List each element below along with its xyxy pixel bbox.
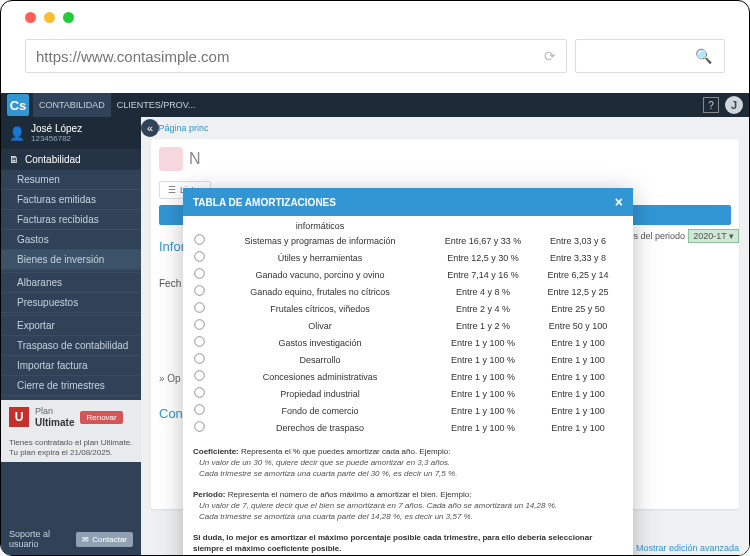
card-title: N — [189, 150, 201, 168]
plan-label: Plan — [35, 406, 74, 417]
coef-help-text: Representa el % que puedes amortizar cad… — [241, 447, 450, 456]
nav-tab-contabilidad[interactable]: CONTABILIDAD — [33, 93, 111, 117]
row-period: Entre 1 y 100 — [533, 372, 623, 382]
help-icon[interactable]: ? — [703, 97, 719, 113]
collapse-sidebar-icon[interactable]: « — [141, 119, 159, 137]
doc-icon: 🗎 — [9, 154, 19, 165]
row-radio[interactable] — [194, 285, 204, 295]
row-coef: Entre 1 y 100 % — [433, 389, 533, 399]
sidebar-user[interactable]: 👤 José López 123456782 — [1, 117, 141, 149]
table-row: Ganado equino, frutales no cítricosEntre… — [193, 283, 623, 300]
sidebar-item-albaranes[interactable]: Albaranes — [1, 273, 141, 293]
user-name: José López — [31, 123, 82, 134]
row-radio[interactable] — [194, 234, 204, 244]
row-period: Entre 50 y 100 — [533, 321, 623, 331]
user-icon: 👤 — [9, 126, 25, 141]
row-period: Entre 3,03 y 6 — [533, 236, 623, 246]
sidebar-item-traspaso[interactable]: Traspaso de contabilidad — [1, 336, 141, 356]
sidebar-item-gastos[interactable]: Gastos — [1, 230, 141, 250]
amortization-modal: TABLA DE AMORTIZACIONES × informáticos S… — [183, 188, 633, 556]
sidebar-section-header[interactable]: 🗎 Contabilidad — [1, 149, 141, 170]
support-block: Soporte al usuario ✉ Contactar — [1, 521, 141, 556]
row-coef: Entre 2 y 4 % — [433, 304, 533, 314]
coef-label: Coeficiente: — [193, 447, 239, 456]
row-radio[interactable] — [194, 387, 204, 397]
renew-button[interactable]: Renovar — [80, 411, 122, 424]
row-coef: Entre 1 y 100 % — [433, 423, 533, 433]
modal-title: TABLA DE AMORTIZACIONES — [193, 197, 336, 208]
row-radio[interactable] — [194, 302, 204, 312]
table-row: Ganado vacuno, porcino y ovinoEntre 7,14… — [193, 266, 623, 283]
sidebar-item-facturas-emitidas[interactable]: Facturas emitidas — [1, 190, 141, 210]
refresh-icon[interactable]: ⟳ — [544, 48, 556, 64]
sidebar-item-presupuestos[interactable]: Presupuestos — [1, 293, 141, 313]
support-label: Soporte al usuario — [9, 529, 59, 549]
row-period: Entre 1 y 100 — [533, 338, 623, 348]
row-period: Entre 1 y 100 — [533, 406, 623, 416]
row-radio[interactable] — [194, 251, 204, 261]
url-bar[interactable]: ⟳ — [25, 39, 567, 73]
coef-example-1: Un valor de un 30 %, quiere decir que se… — [193, 457, 623, 468]
sidebar-item-cierre[interactable]: Cierre de trimestres — [1, 376, 141, 396]
row-radio[interactable] — [194, 336, 204, 346]
row-coef: Entre 1 y 100 % — [433, 355, 533, 365]
url-input[interactable] — [36, 48, 544, 65]
contact-button[interactable]: ✉ Contactar — [76, 532, 133, 547]
period-help-text: Representa el número de años máximo a am… — [228, 490, 472, 499]
sidebar-item-resumen[interactable]: Resumen — [1, 170, 141, 190]
row-name: Propiedad industrial — [207, 389, 433, 399]
period-dropdown[interactable]: 2020-1T ▾ — [688, 229, 739, 243]
close-dot[interactable] — [25, 12, 36, 23]
row-radio[interactable] — [194, 421, 204, 431]
sidebar-item-importar[interactable]: Importar factura — [1, 356, 141, 376]
modal-header: TABLA DE AMORTIZACIONES × — [183, 188, 633, 216]
sidebar-item-exportar[interactable]: Exportar — [1, 316, 141, 336]
table-row: OlivarEntre 1 y 2 %Entre 50 y 100 — [193, 317, 623, 334]
row-coef: Entre 12,5 y 30 % — [433, 253, 533, 263]
table-row: Concesiones administrativasEntre 1 y 100… — [193, 368, 623, 385]
row-period: Entre 1 y 100 — [533, 423, 623, 433]
maximize-dot[interactable] — [63, 12, 74, 23]
row-radio[interactable] — [194, 319, 204, 329]
row-name: Gastos investigación — [207, 338, 433, 348]
row-coef: Entre 1 y 2 % — [433, 321, 533, 331]
row-name: Sistemas y programas de información — [207, 236, 433, 246]
minimize-dot[interactable] — [44, 12, 55, 23]
browser-search[interactable]: 🔍 — [575, 39, 725, 73]
row-radio[interactable] — [194, 370, 204, 380]
sidebar: 👤 José López 123456782 🗎 Contabilidad Re… — [1, 117, 141, 556]
period-label: Periodo: — [193, 490, 225, 499]
row-coef: Entre 16,67 y 33 % — [433, 236, 533, 246]
amortization-table: informáticos Sistemas y programas de inf… — [193, 220, 623, 436]
row-name: Ganado equino, frutales no cítricos — [207, 287, 433, 297]
app-logo[interactable]: Cs — [7, 94, 29, 116]
sidebar-item-bienes-inversion[interactable]: Bienes de inversión — [1, 250, 141, 270]
row-name: Fondo de comercio — [207, 406, 433, 416]
period-example-2: Cada trimestre se amortiza una cuarta pa… — [193, 511, 623, 522]
row-radio[interactable] — [194, 353, 204, 363]
user-avatar[interactable]: J — [725, 96, 743, 114]
period-example-1: Un valor de 7, quiere decir que el bien … — [193, 500, 623, 511]
close-icon[interactable]: × — [615, 194, 623, 210]
table-row: Propiedad industrialEntre 1 y 100 %Entre… — [193, 385, 623, 402]
list-icon: ☰ — [168, 185, 176, 195]
advanced-edition-link[interactable]: ⌄ Mostrar edición avanzada — [625, 539, 739, 556]
nav-tab-clientes[interactable]: CLIENTES/PROV... — [111, 93, 202, 117]
row-name: Concesiones administrativas — [207, 372, 433, 382]
row-coef: Entre 1 y 100 % — [433, 372, 533, 382]
row-period: Entre 1 y 100 — [533, 389, 623, 399]
row-period: Entre 12,5 y 25 — [533, 287, 623, 297]
app-top-nav: Cs CONTABILIDAD CLIENTES/PROV... ? J — [1, 93, 749, 117]
table-row: DesarrolloEntre 1 y 100 %Entre 1 y 100 — [193, 351, 623, 368]
row-radio[interactable] — [194, 268, 204, 278]
row-coef: Entre 4 y 8 % — [433, 287, 533, 297]
row-period: Entre 1 y 100 — [533, 355, 623, 365]
row-name: Olivar — [207, 321, 433, 331]
sidebar-item-facturas-recibidas[interactable]: Facturas recibidas — [1, 210, 141, 230]
row-name: Derechos de traspaso — [207, 423, 433, 433]
card-icon — [159, 147, 183, 171]
breadcrumb[interactable]: « Página princ — [141, 117, 749, 139]
search-icon: 🔍 — [695, 48, 712, 64]
window-controls — [1, 1, 749, 33]
row-radio[interactable] — [194, 404, 204, 414]
